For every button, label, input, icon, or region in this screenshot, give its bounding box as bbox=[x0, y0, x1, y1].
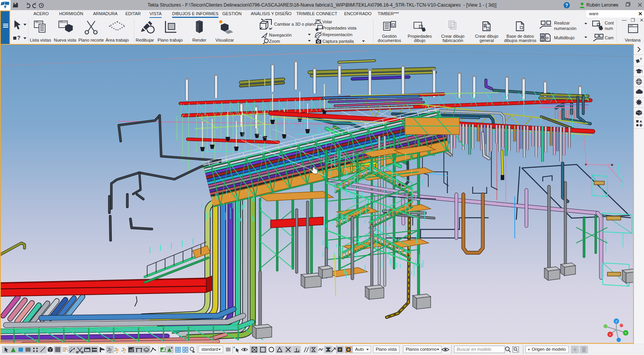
svg-text:X: X bbox=[609, 333, 611, 336]
svg-text:?: ? bbox=[640, 57, 642, 61]
svg-text:Y: Y bbox=[625, 331, 627, 335]
svg-text:Z: Z bbox=[616, 320, 618, 323]
svg-text:?: ? bbox=[565, 3, 568, 8]
